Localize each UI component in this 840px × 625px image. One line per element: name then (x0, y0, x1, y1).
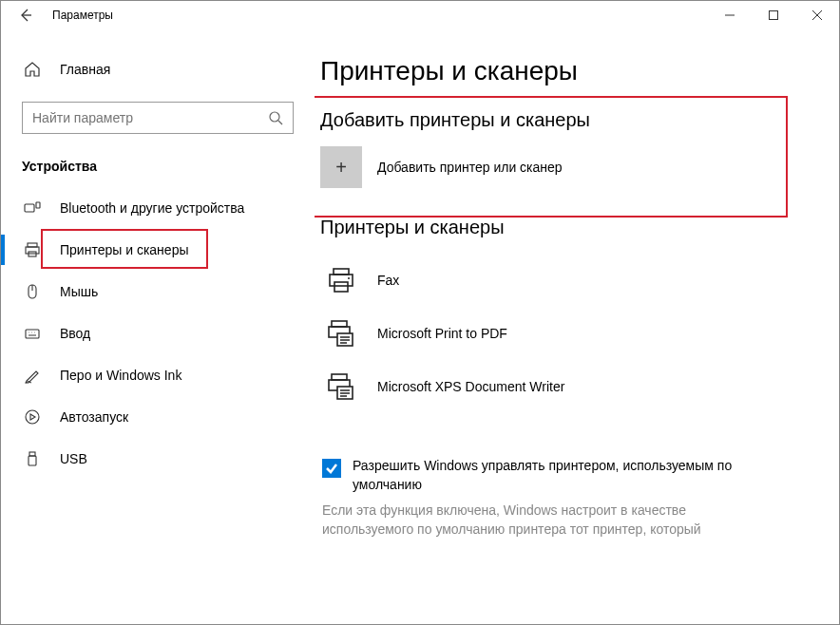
page-title: Принтеры и сканеры (320, 56, 812, 86)
minimize-button[interactable] (708, 1, 752, 29)
content-area: Принтеры и сканеры Добавить принтеры и с… (315, 29, 839, 624)
home-icon (22, 61, 43, 78)
printer-item[interactable]: Microsoft Print to PDF (320, 307, 812, 360)
svg-rect-13 (330, 275, 353, 286)
title-bar: Параметры (1, 1, 839, 29)
svg-point-9 (26, 410, 39, 424)
sidebar-home-label: Главная (60, 62, 110, 77)
sidebar-item-mouse[interactable]: Мышь (1, 271, 315, 312)
svg-rect-5 (26, 247, 39, 254)
printer-icon (22, 241, 43, 258)
svg-rect-12 (334, 269, 349, 275)
minimize-icon (725, 10, 735, 20)
sidebar-item-pen[interactable]: Перо и Windows Ink (1, 354, 315, 396)
svg-rect-10 (29, 452, 35, 456)
hint-text: Если эта функция включена, Windows настр… (320, 502, 738, 539)
maximize-icon (769, 10, 778, 20)
highlight-annotation (315, 96, 788, 218)
close-button[interactable] (795, 1, 839, 29)
search-input[interactable] (32, 110, 268, 125)
window-title: Параметры (52, 9, 113, 22)
mouse-icon (22, 283, 43, 300)
sidebar-item-usb[interactable]: USB (1, 438, 315, 480)
printer-item[interactable]: Microsoft XPS Document Writer (320, 360, 812, 413)
default-printer-checkbox-row[interactable]: Разрешить Windows управлять принтером, и… (320, 457, 812, 494)
bluetooth-icon (22, 199, 43, 217)
svg-rect-16 (332, 321, 347, 327)
printers-section-heading: Принтеры и сканеры (320, 217, 812, 238)
svg-rect-3 (36, 202, 40, 208)
svg-point-15 (348, 277, 350, 279)
printer-device-icon (320, 265, 362, 295)
svg-rect-0 (770, 11, 778, 20)
sidebar-item-typing[interactable]: Ввод (1, 312, 315, 354)
sidebar-item-label: Bluetooth и другие устройства (60, 200, 244, 216)
checkmark-icon (325, 462, 338, 475)
sidebar-group-label: Устройства (22, 159, 315, 174)
printer-item-label: Microsoft Print to PDF (377, 326, 507, 341)
printer-item-label: Microsoft XPS Document Writer (377, 379, 564, 394)
sidebar-item-bluetooth[interactable]: Bluetooth и другие устройства (1, 187, 315, 229)
highlight-annotation (41, 229, 208, 269)
search-box[interactable] (22, 102, 294, 134)
svg-rect-14 (334, 282, 348, 292)
usb-icon (22, 450, 43, 467)
svg-point-1 (270, 112, 279, 122)
sidebar-item-autoplay[interactable]: Автозапуск (1, 396, 315, 438)
close-icon (812, 10, 822, 20)
sidebar: Главная Устройства Bluetooth и другие ус… (1, 29, 315, 624)
printer-item[interactable]: Fax (320, 254, 812, 307)
svg-rect-19 (332, 374, 347, 380)
sidebar-item-label: Автозапуск (60, 409, 128, 425)
svg-rect-8 (26, 330, 39, 338)
sidebar-item-label: USB (60, 451, 87, 466)
checkbox-checked[interactable] (322, 459, 341, 478)
search-icon (268, 110, 283, 125)
arrow-left-icon (18, 8, 33, 23)
back-button[interactable] (9, 1, 43, 29)
sidebar-item-label: Перо и Windows Ink (60, 368, 181, 383)
maximize-button[interactable] (752, 1, 795, 29)
printer-device-icon (320, 318, 362, 349)
sidebar-item-label: Ввод (60, 326, 90, 341)
autoplay-icon (22, 408, 43, 426)
sidebar-item-label: Мышь (60, 284, 98, 299)
checkbox-label: Разрешить Windows управлять принтером, и… (353, 457, 752, 494)
svg-rect-4 (28, 243, 37, 247)
svg-rect-11 (29, 456, 36, 465)
printer-item-label: Fax (377, 273, 399, 288)
printer-device-icon (320, 371, 362, 402)
sidebar-home[interactable]: Главная (1, 50, 315, 88)
pen-icon (22, 367, 43, 384)
keyboard-icon (22, 325, 43, 342)
svg-rect-2 (25, 204, 34, 212)
